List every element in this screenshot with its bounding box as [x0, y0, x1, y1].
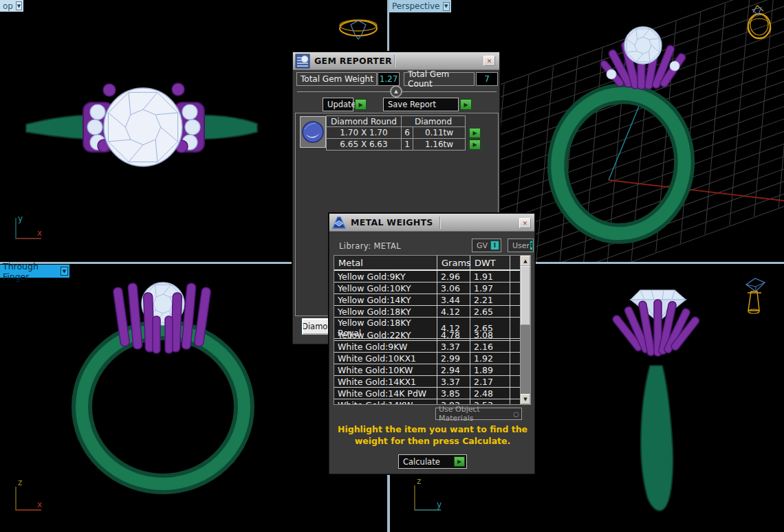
gem-row-play-icon[interactable]: ▶ [469, 140, 481, 150]
radio-icon[interactable]: ○ [513, 410, 519, 418]
metal-table-cell: 2.21 [470, 294, 510, 306]
user-indicator-icon: I [530, 241, 533, 250]
metal-table-row[interactable]: Yellow Gold:14KY3.442.21 [334, 294, 530, 306]
gem-thumbnail [300, 116, 326, 148]
metal-table-row[interactable]: White Gold:14KW3.932.53 [334, 399, 530, 405]
metal-table-row[interactable]: Yellow Gold:18KY4.122.65 [334, 306, 530, 318]
metal-table-cell: Yellow Gold:18KY [334, 306, 437, 318]
gv-indicator-icon: I [490, 241, 499, 250]
gem-crown [631, 290, 686, 300]
gem-reporter-titlebar[interactable]: GEM REPORTER ✕ [293, 52, 499, 70]
chevron-down-icon[interactable]: ▼ [61, 267, 68, 276]
metal-table-cell: 2.16 [470, 341, 510, 353]
save-report-button[interactable]: Save Report [383, 98, 459, 111]
metal-table-cell: White Gold:14K PdW [334, 388, 437, 399]
library-label: Library: METAL [339, 241, 401, 251]
gem-reporter-icon [295, 54, 310, 69]
gem-table-rows: 1.70 X 1.7060.11tw6.65 X 6.6311.16tw [326, 127, 466, 151]
gv-toggle-button[interactable]: GV I [472, 239, 501, 252]
close-icon[interactable]: ✕ [519, 218, 531, 228]
gem-table-row[interactable]: 1.70 X 1.7060.11tw [326, 127, 466, 139]
metal-table: Metal Grams DWT Yellow Gold:9KY2.961.91Y… [334, 255, 531, 405]
total-gem-count-value: 7 [476, 72, 498, 86]
metal-table-cell: 1.91 [470, 271, 510, 282]
update-play-icon[interactable]: ▶ [355, 99, 367, 110]
metal-table-cell: 2.96 [437, 271, 470, 282]
metal-table-row[interactable]: Yellow Gold:18KY Royal4.122.65 [334, 318, 530, 329]
total-gem-count-label: Total Gem Count [404, 72, 475, 86]
metal-table-row[interactable]: White Gold:10KX12.991.92 [334, 353, 530, 364]
metal-table-cell: 4.78 [437, 329, 470, 341]
chevron-down-icon[interactable]: ▼ [16, 1, 22, 10]
metal-table-cell: 3.44 [437, 294, 470, 306]
metal-table-cell: White Gold:14KW [334, 399, 437, 405]
metal-table-row[interactable]: White Gold:9KW3.372.16 [334, 341, 530, 353]
metal-table-row[interactable]: Yellow Gold:22KY4.783.08 [334, 329, 530, 341]
metal-table-cell: Yellow Gold:10KY [334, 282, 437, 294]
metal-table-cell: Yellow Gold:22KY [334, 329, 437, 341]
user-toggle-button[interactable]: User I [508, 239, 534, 252]
gem-col-header: Diamond [402, 115, 466, 127]
viewport-tab-through-finger-label: Through Finger [3, 261, 58, 282]
chevron-down-icon[interactable]: ▼ [443, 2, 450, 11]
metal-col-header: Metal [334, 256, 437, 269]
ring-shank-profile [641, 366, 673, 511]
scrollbar-thumb[interactable] [521, 266, 530, 325]
axis-widget-through-finger: z x [16, 478, 42, 510]
viewport-tab-top[interactable]: op ▼ [0, 0, 23, 12]
save-report-play-icon[interactable]: ▶ [460, 99, 472, 110]
center-gem [104, 88, 182, 166]
viewport-tab-through-finger[interactable]: Through Finger ▼ [0, 265, 69, 278]
metal-table-scrollbar[interactable]: ▲ ▼ [520, 256, 530, 404]
metal-table-row[interactable]: White Gold:14K PdW3.852.48 [334, 388, 530, 399]
prong-head-side [611, 300, 701, 356]
gem-row-play-icon[interactable]: ▶ [469, 128, 481, 138]
axis-widget-side: z y [415, 476, 442, 510]
side-stone [607, 69, 616, 79]
metal-table-cell: Yellow Gold:9KY [334, 271, 437, 282]
scroll-down-icon[interactable]: ▼ [521, 394, 530, 404]
metal-table-cell: 2.53 [470, 399, 510, 405]
total-gem-weight-value: 1.27 [378, 72, 400, 86]
application-window: y x [0, 0, 784, 532]
metal-table-cell: 1.89 [470, 364, 510, 376]
close-icon[interactable]: ✕ [483, 56, 495, 66]
update-button[interactable]: Update [323, 98, 353, 111]
metal-table-cell: 1.92 [470, 353, 510, 364]
calculate-play-icon: ▶ [454, 456, 465, 467]
metal-table-cell: 3.93 [437, 399, 470, 405]
axis-line-z [609, 96, 643, 180]
axis-widget-top: y x [16, 214, 42, 239]
instruction-text: Highlight the item you want to find the … [335, 424, 530, 447]
scroll-up-icon[interactable]: ▲ [521, 256, 530, 266]
calculate-label: Calculate [403, 457, 440, 467]
gold-profile-curves [746, 278, 765, 313]
gv-label: GV [477, 241, 488, 250]
use-object-materials-field[interactable]: Use Object Materials ○ [435, 408, 522, 420]
metal-table-cell: 4.12 [437, 306, 470, 318]
gem-table-row[interactable]: 6.65 X 6.6311.16tw [326, 139, 466, 151]
user-label: User [512, 241, 530, 250]
viewport-tab-perspective[interactable]: Perspective ▼ [389, 0, 451, 12]
metal-col-header: Grams [437, 256, 470, 269]
calculate-button[interactable]: Calculate ▶ [398, 454, 467, 469]
metal-table-row[interactable]: Yellow Gold:9KY2.961.91 [334, 271, 530, 282]
metal-weights-dialog: METAL WEIGHTS ✕ Library: METAL GV I User… [329, 213, 535, 474]
collapse-icon[interactable]: ▲ [390, 85, 402, 98]
svg-text:z: z [417, 476, 421, 486]
titlebar-groove [394, 55, 395, 67]
metal-table-cell: 2.65 [470, 306, 510, 318]
metal-table-row[interactable]: White Gold:14KX13.372.17 [334, 376, 530, 388]
metal-table-cell: 2.17 [470, 376, 510, 388]
metal-table-cell: 3.37 [437, 341, 470, 353]
metal-table-row[interactable]: Yellow Gold:10KY3.061.97 [334, 282, 530, 294]
svg-text:y: y [437, 500, 442, 509]
svg-text:z: z [18, 478, 22, 487]
axis-line-x [609, 180, 784, 201]
metal-table-row[interactable]: White Gold:10KW2.941.89 [334, 364, 530, 376]
gem-table-cell: 1 [402, 139, 413, 151]
metal-col-header: DWT [470, 256, 510, 269]
ring-band [82, 330, 244, 484]
metal-table-cell: 2.99 [437, 353, 470, 364]
metal-weights-titlebar[interactable]: METAL WEIGHTS ✕ [329, 214, 534, 232]
